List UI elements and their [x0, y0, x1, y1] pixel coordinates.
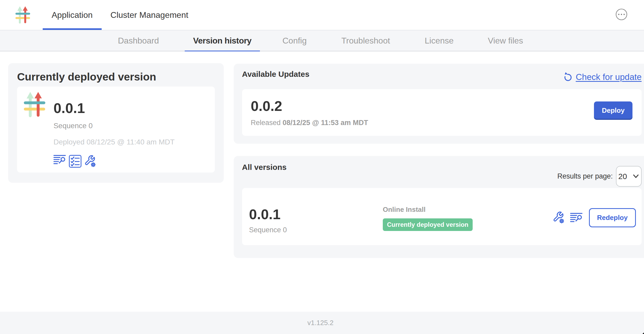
nav-tab-cluster-management[interactable]: Cluster Management: [102, 0, 197, 30]
currently-deployed-panel: Currently deployed version 0.0.1 Sequenc…: [8, 63, 224, 183]
currently-deployed-card: 0.0.1 Sequence 0 Deployed 08/12/25 @ 11:…: [17, 87, 215, 173]
preflight-checks-icon[interactable]: [69, 155, 81, 168]
app-logo-icon: [24, 92, 45, 117]
available-updates-panel: Available Updates Check for update 0.0.2…: [234, 64, 644, 144]
footer: v1.125.2: [0, 312, 644, 334]
available-updates-title: Available Updates: [242, 70, 309, 79]
deploy-button[interactable]: Deploy: [594, 101, 632, 120]
chevron-down-icon: [633, 174, 639, 179]
deployed-version-number: 0.0.1: [53, 101, 174, 115]
all-versions-panel: All versions Results per page: 20 0.0.1 …: [234, 156, 644, 258]
app-version: v1.125.2: [307, 319, 334, 327]
update-released-timestamp: Released 08/12/25 @ 11:53 am MDT: [251, 119, 633, 127]
tab-config[interactable]: Config: [274, 30, 315, 51]
view-diff-icon[interactable]: [570, 213, 582, 222]
deployed-timestamp: Deployed 08/12/25 @ 11:40 am MDT: [53, 138, 174, 146]
check-for-update-link[interactable]: Check for update: [564, 72, 641, 82]
currently-deployed-badge: Currently deployed version: [383, 218, 473, 231]
header-nav: Application Cluster Management: [43, 0, 197, 30]
deployed-sequence: Sequence 0: [53, 122, 174, 130]
redeploy-button[interactable]: Redeploy: [589, 208, 636, 227]
tab-dashboard[interactable]: Dashboard: [110, 30, 167, 51]
mouse-cursor: [642, 332, 644, 334]
tab-version-history[interactable]: Version history: [185, 30, 260, 51]
nav-tab-application[interactable]: Application: [43, 0, 102, 30]
currently-deployed-title: Currently deployed version: [17, 71, 215, 83]
more-menu-icon[interactable]: [616, 9, 627, 20]
results-per-page-label: Results per page:: [557, 172, 613, 180]
tab-troubleshoot[interactable]: Troubleshoot: [333, 30, 399, 51]
main-content: Currently deployed version 0.0.1 Sequenc…: [0, 51, 644, 311]
edit-config-icon[interactable]: [553, 211, 564, 224]
update-version-number: 0.0.2: [251, 99, 633, 113]
view-diff-icon[interactable]: [53, 155, 66, 164]
tab-view-files[interactable]: View files: [479, 30, 532, 51]
app-logo-icon: [15, 6, 30, 24]
all-versions-title: All versions: [242, 163, 287, 172]
available-update-card: 0.0.2 Released 08/12/25 @ 11:53 am MDT D…: [242, 89, 642, 136]
refresh-icon: [564, 72, 572, 81]
tab-license[interactable]: License: [416, 30, 462, 51]
version-row: 0.0.1 Sequence 0 Online Install Currentl…: [242, 188, 642, 245]
edit-config-icon[interactable]: [85, 155, 96, 168]
app-subnav: Dashboard Version history Config Trouble…: [0, 30, 644, 51]
row-install-type: Online Install: [383, 206, 473, 214]
header: Application Cluster Management: [0, 0, 644, 30]
row-version-number: 0.0.1: [249, 207, 287, 221]
results-per-page-select[interactable]: 20: [616, 166, 642, 187]
row-sequence: Sequence 0: [249, 226, 287, 234]
